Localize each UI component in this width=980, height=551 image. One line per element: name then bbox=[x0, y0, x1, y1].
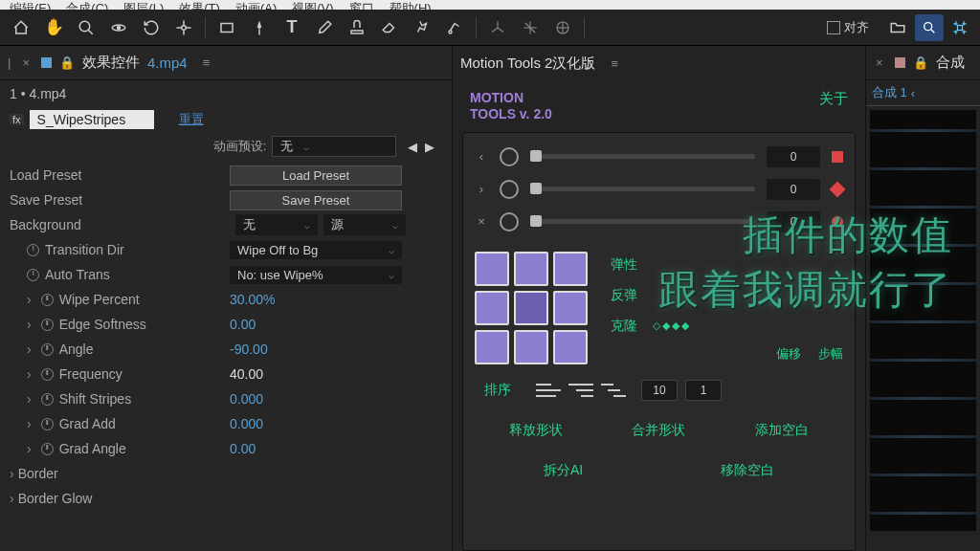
world-axis-icon[interactable] bbox=[515, 12, 546, 43]
stopwatch-icon[interactable] bbox=[27, 269, 39, 281]
seq-offset-input[interactable]: 10 bbox=[641, 380, 678, 401]
brush-tool-icon[interactable] bbox=[309, 12, 340, 43]
edge-softness-value[interactable]: 0.00 bbox=[230, 317, 256, 332]
tab-close-icon[interactable]: × bbox=[18, 55, 33, 70]
clone-button[interactable]: 克隆 bbox=[605, 315, 643, 338]
snapping-icon[interactable] bbox=[946, 14, 974, 41]
ease-both-handle[interactable] bbox=[500, 212, 519, 231]
panel-menu-icon[interactable]: ≡ bbox=[203, 55, 211, 70]
split-ai-button[interactable]: 拆分AI bbox=[536, 458, 590, 483]
menu-window[interactable]: 窗口 bbox=[349, 0, 374, 10]
stopwatch-icon[interactable] bbox=[41, 443, 54, 455]
ease-out-value[interactable]: 0 bbox=[767, 179, 820, 200]
bg-dropdown[interactable]: 无⌵ bbox=[235, 214, 318, 235]
menu-view[interactable]: 视图(V) bbox=[292, 0, 333, 10]
lock-icon[interactable]: 🔒 bbox=[913, 55, 928, 70]
anchor-tool-icon[interactable] bbox=[168, 12, 199, 43]
anim-preset-dropdown[interactable]: 无 ⌵ bbox=[272, 136, 396, 157]
view-axis-icon[interactable] bbox=[547, 12, 578, 43]
anchor-mr[interactable] bbox=[553, 291, 588, 325]
reset-link[interactable]: 重置 bbox=[179, 111, 204, 128]
stopwatch-icon[interactable] bbox=[41, 294, 54, 306]
seq-mode-1-icon[interactable] bbox=[536, 382, 561, 399]
ease-out-slider[interactable] bbox=[530, 187, 755, 191]
grad-add-value[interactable]: 0.000 bbox=[230, 416, 263, 431]
search-button[interactable] bbox=[915, 14, 944, 41]
menu-edit[interactable]: 编辑(E) bbox=[10, 0, 51, 10]
ease-out-handle[interactable] bbox=[500, 180, 519, 199]
load-preset-button[interactable]: Load Preset bbox=[230, 165, 402, 186]
anchor-mc[interactable] bbox=[514, 291, 548, 325]
comp-tab[interactable]: 合成 1‹ bbox=[872, 84, 974, 101]
ease-both-value[interactable]: 0 bbox=[767, 211, 820, 232]
anchor-tr[interactable] bbox=[553, 252, 588, 286]
menu-layer[interactable]: 图层(L) bbox=[123, 0, 164, 10]
sequence-button[interactable]: 排序 bbox=[475, 378, 521, 403]
release-shape-button[interactable]: 释放形状 bbox=[501, 418, 570, 443]
effect-name[interactable]: S_WipeStripes bbox=[30, 110, 154, 129]
text-tool-icon[interactable]: T bbox=[277, 12, 307, 43]
pen-tool-icon[interactable] bbox=[244, 12, 275, 43]
zoom-tool-icon[interactable] bbox=[71, 12, 101, 43]
stamp-tool-icon[interactable] bbox=[342, 12, 372, 43]
anchor-bl[interactable] bbox=[475, 330, 509, 364]
angle-value[interactable]: -90.00 bbox=[230, 342, 268, 357]
lock-icon[interactable]: 🔒 bbox=[59, 55, 75, 70]
ease-in-handle[interactable] bbox=[500, 147, 519, 166]
stopwatch-icon[interactable] bbox=[41, 393, 54, 406]
seq-step-input[interactable]: 1 bbox=[685, 380, 722, 401]
stopwatch-icon[interactable] bbox=[41, 368, 54, 381]
wipe-percent-value[interactable]: 30.00% bbox=[230, 292, 275, 307]
seq-mode-3-icon[interactable] bbox=[601, 382, 626, 399]
local-axis-icon[interactable] bbox=[482, 12, 513, 43]
stopwatch-icon[interactable] bbox=[27, 244, 39, 256]
anchor-tc[interactable] bbox=[514, 252, 548, 286]
seq-mode-2-icon[interactable] bbox=[568, 382, 593, 399]
eraser-tool-icon[interactable] bbox=[374, 12, 405, 43]
menu-comp[interactable]: 合成(C) bbox=[66, 0, 108, 10]
composition-viewer[interactable] bbox=[870, 110, 976, 531]
menu-anim[interactable]: 动画(A) bbox=[235, 0, 277, 10]
puppet-tool-icon[interactable] bbox=[439, 12, 470, 43]
grad-angle-value[interactable]: 0.00 bbox=[230, 441, 256, 456]
ease-both-slider[interactable] bbox=[530, 219, 755, 224]
tab-close-icon[interactable]: × bbox=[872, 55, 887, 70]
stopwatch-icon[interactable] bbox=[41, 319, 54, 331]
anchor-tl[interactable] bbox=[475, 252, 509, 286]
rotate-tool-icon[interactable] bbox=[136, 12, 167, 43]
folder-tool-icon[interactable] bbox=[882, 12, 913, 43]
anchor-ml[interactable] bbox=[475, 291, 509, 325]
motion-tools-tab[interactable]: Motion Tools 2汉化版 bbox=[460, 55, 595, 73]
orbit-tool-icon[interactable] bbox=[103, 12, 134, 43]
hold-key-icon[interactable] bbox=[832, 216, 843, 228]
roto-tool-icon[interactable] bbox=[407, 12, 437, 43]
auto-trans-dropdown[interactable]: No: use Wipe%⌵ bbox=[230, 266, 402, 284]
preset-nav-arrows[interactable]: ◀ ▶ bbox=[402, 140, 442, 154]
bounce-button[interactable]: 反弹 bbox=[605, 284, 643, 307]
menu-help[interactable]: 帮助(H) bbox=[390, 0, 432, 10]
anchor-bc[interactable] bbox=[514, 330, 548, 364]
elastic-button[interactable]: 弹性 bbox=[605, 253, 643, 276]
fx-badge-icon[interactable]: fx bbox=[10, 114, 24, 125]
anchor-br[interactable] bbox=[553, 330, 588, 364]
stopwatch-icon[interactable] bbox=[41, 418, 54, 430]
linear-key-icon[interactable] bbox=[832, 151, 843, 163]
remove-blank-button[interactable]: 移除空白 bbox=[713, 458, 782, 483]
shift-stripes-value[interactable]: 0.000 bbox=[230, 391, 263, 407]
bezier-key-icon[interactable] bbox=[830, 181, 846, 197]
snap-toggle[interactable]: 对齐 bbox=[827, 19, 869, 36]
menu-effect[interactable]: 效果(T) bbox=[179, 0, 220, 10]
transition-dir-dropdown[interactable]: Wipe Off to Bg⌵ bbox=[230, 241, 402, 259]
panel-menu-icon[interactable]: ≡ bbox=[611, 56, 618, 71]
prop-border-glow[interactable]: ›Border Glow bbox=[10, 491, 230, 506]
save-preset-button[interactable]: Save Preset bbox=[230, 190, 402, 210]
rect-tool-icon[interactable] bbox=[212, 12, 242, 43]
home-tool-icon[interactable] bbox=[6, 12, 36, 43]
bg-src-dropdown[interactable]: 源⌵ bbox=[323, 214, 406, 235]
ease-in-value[interactable]: 0 bbox=[767, 146, 820, 167]
stopwatch-icon[interactable] bbox=[41, 343, 54, 356]
ease-in-slider[interactable] bbox=[530, 154, 755, 159]
about-button[interactable]: 关于 bbox=[819, 90, 848, 108]
hand-tool-icon[interactable]: ✋ bbox=[38, 12, 69, 43]
prop-border[interactable]: ›Border bbox=[10, 466, 230, 481]
